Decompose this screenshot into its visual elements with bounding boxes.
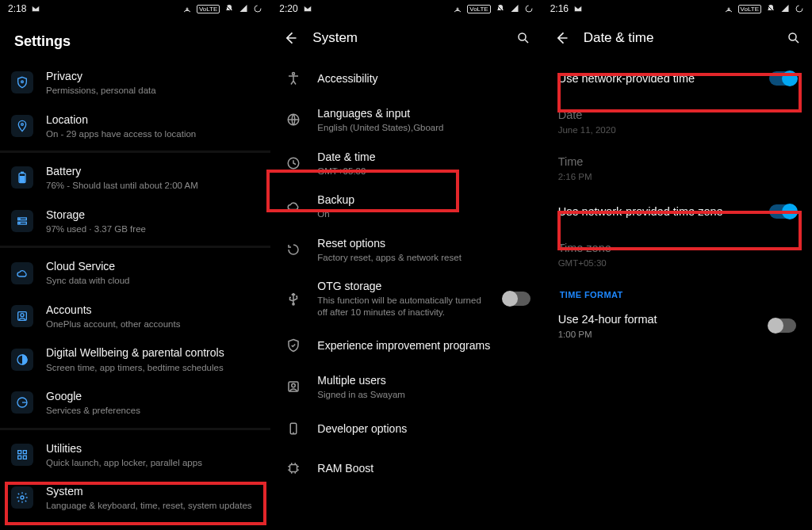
item-multi-users[interactable]: Multiple usersSigned in as Swayam — [271, 365, 541, 409]
svg-rect-16 — [18, 450, 21, 453]
search-icon[interactable] — [787, 31, 801, 45]
sub: 1:00 PM — [558, 329, 758, 340]
dnd-icon — [496, 4, 505, 13]
sub: 97% used · 3.37 GB free — [46, 223, 259, 234]
back-icon[interactable] — [553, 30, 569, 46]
loading-icon — [253, 4, 262, 13]
network-tz-toggle[interactable] — [769, 204, 796, 219]
row-date: DateJune 11, 2020 — [542, 98, 812, 145]
item-ram-boost[interactable]: RAM Boost — [271, 448, 541, 488]
item-date-time[interactable]: Date & timeGMT+05:30 — [271, 142, 541, 185]
phone-icon — [282, 418, 304, 440]
page-title: Settings — [0, 17, 270, 58]
status-clock: 2:20 — [279, 3, 297, 14]
item-experience[interactable]: Experience improvement programs — [271, 326, 541, 365]
svg-point-11 — [19, 223, 20, 223]
settings-item-storage[interactable]: Storage97% used · 3.37 GB free — [0, 200, 270, 243]
sub: On - 29 apps have access to location — [46, 128, 259, 139]
label: Google — [46, 389, 259, 403]
battery-icon — [11, 166, 33, 189]
grid-icon — [11, 444, 33, 466]
sub: English (United States),Gboard — [317, 122, 530, 133]
row-time: Time2:16 PM — [542, 145, 812, 192]
gear-icon — [11, 486, 33, 509]
chip-icon — [282, 457, 304, 479]
svg-point-4 — [21, 124, 24, 126]
app-bar: Date & time — [542, 17, 812, 55]
user-icon — [282, 376, 304, 398]
label: RAM Boost — [317, 461, 530, 475]
location-icon — [11, 115, 33, 137]
search-icon[interactable] — [516, 31, 530, 45]
row-network-tz[interactable]: Use network-provided time zone — [542, 192, 812, 231]
section-time-format: TIME FORMAT — [542, 279, 812, 303]
settings-item-location[interactable]: LocationOn - 29 apps have access to loca… — [0, 105, 270, 148]
hotspot-icon — [453, 4, 462, 13]
clock-icon — [282, 152, 304, 174]
sub: Factory reset, apps & network reset — [317, 252, 530, 263]
item-developer[interactable]: Developer options — [271, 409, 541, 448]
settings-screen: 2:18 VoLTE Settings PrivacyPermissions, … — [0, 0, 270, 530]
svg-point-0 — [186, 8, 188, 10]
row-24hr[interactable]: Use 24-hour format1:00 PM — [542, 303, 812, 349]
settings-item-cloud[interactable]: Cloud ServiceSync data with cloud — [0, 251, 270, 295]
sub: Signed in as Swayam — [317, 389, 530, 400]
svg-point-36 — [796, 6, 802, 12]
label: Use 24-hour format — [558, 312, 758, 327]
globe-icon — [282, 109, 304, 131]
cloud-icon — [282, 195, 304, 217]
settings-item-battery[interactable]: Battery76% - Should last until about 2:0… — [0, 156, 270, 200]
svg-point-30 — [292, 384, 296, 388]
sub: Screen time, app timers, bedtime schedul… — [46, 362, 259, 373]
settings-item-wellbeing[interactable]: Digital Wellbeing & parental controlsScr… — [0, 337, 270, 381]
item-languages[interactable]: Languages & inputEnglish (United States)… — [271, 98, 541, 142]
sub: Sync data with cloud — [46, 275, 259, 286]
label: System — [46, 484, 259, 498]
back-icon[interactable] — [282, 30, 298, 46]
otg-toggle[interactable] — [504, 292, 530, 306]
svg-rect-7 — [20, 177, 24, 182]
label: Privacy — [46, 69, 259, 83]
dnd-icon — [224, 4, 234, 13]
item-reset[interactable]: Reset optionsFactory reset, apps & netwo… — [271, 228, 541, 272]
status-clock: 2:18 — [8, 3, 26, 14]
svg-point-13 — [21, 314, 24, 317]
label: Accessibility — [317, 71, 530, 86]
svg-rect-33 — [290, 464, 297, 471]
svg-point-21 — [457, 8, 458, 10]
label: OTG storage — [317, 279, 490, 293]
settings-list: PrivacyPermissions, personal data Locati… — [0, 58, 270, 524]
sub: Quick launch, app locker, parallel apps — [46, 457, 259, 468]
sub: 76% - Should last until about 2:00 AM — [46, 180, 259, 191]
page-title: Date & time — [584, 30, 654, 46]
label: Digital Wellbeing & parental controls — [46, 345, 259, 360]
reset-icon — [282, 238, 304, 261]
settings-item-accounts[interactable]: AccountsOnePlus account, other accounts — [0, 295, 270, 338]
svg-point-20 — [21, 496, 24, 499]
mail-icon — [573, 4, 583, 13]
item-accessibility[interactable]: Accessibility — [271, 59, 541, 98]
svg-point-3 — [21, 81, 24, 83]
hour24-toggle[interactable] — [769, 318, 796, 333]
settings-item-privacy[interactable]: PrivacyPermissions, personal data — [0, 61, 270, 105]
row-network-time[interactable]: Use network-provided time — [542, 59, 812, 98]
svg-point-34 — [728, 8, 730, 10]
svg-point-23 — [526, 6, 532, 12]
sub: June 11, 2020 — [558, 124, 796, 135]
item-backup[interactable]: BackupOn — [271, 185, 541, 228]
label: Reset options — [317, 236, 530, 250]
volte-icon: VoLTE — [738, 5, 761, 13]
item-otg[interactable]: OTG storageThis function will be automat… — [271, 271, 541, 326]
settings-item-utilities[interactable]: UtilitiesQuick launch, app locker, paral… — [0, 433, 270, 477]
sub: This function will be automatically turn… — [317, 295, 490, 318]
account-icon — [11, 305, 33, 327]
accessibility-icon — [282, 67, 304, 90]
settings-item-system[interactable]: SystemLanguage & keyboard, time, reset, … — [0, 476, 270, 520]
system-screen: 2:20 VoLTE System Accessibility Language… — [270, 0, 541, 530]
signal-icon — [510, 4, 519, 13]
sub: On — [317, 208, 530, 219]
network-time-toggle[interactable] — [769, 71, 796, 86]
sub: OnePlus account, other accounts — [46, 318, 259, 330]
settings-item-google[interactable]: GoogleServices & preferences — [0, 381, 270, 425]
shield-icon — [11, 71, 33, 93]
